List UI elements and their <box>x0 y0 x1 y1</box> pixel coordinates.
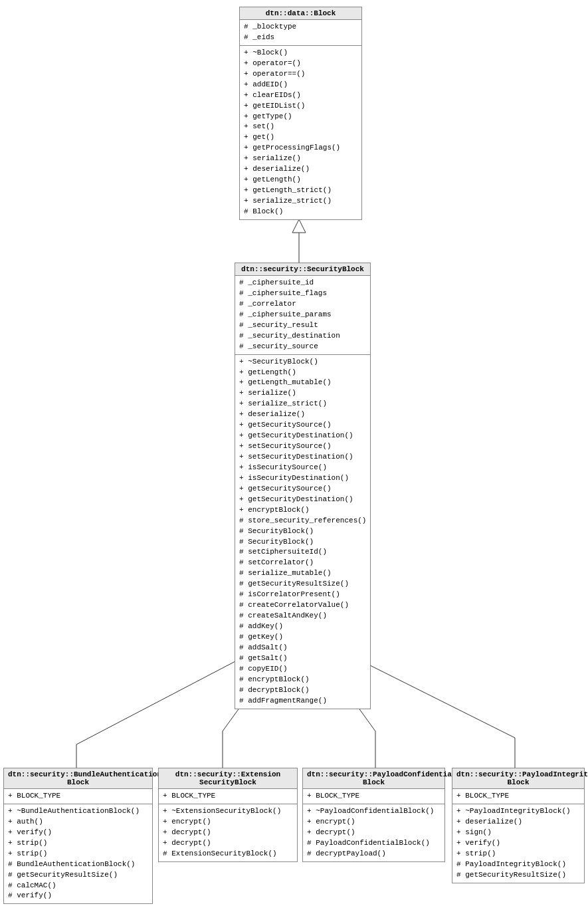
data-block-box: dtn::data::Block # _blocktype # _eids + … <box>239 7 362 220</box>
bundle-auth-block-type: + BLOCK_TYPE <box>4 789 152 804</box>
payload-int-block-type: + BLOCK_TYPE <box>452 789 584 804</box>
security-block-fields: # _ciphersuite_id # _ciphersuite_flags #… <box>235 276 370 355</box>
security-block-title: dtn::security::SecurityBlock <box>235 263 370 276</box>
payload-int-block-box: dtn::security::PayloadIntegrityBlock + B… <box>452 768 585 883</box>
payload-int-block-title: dtn::security::PayloadIntegrityBlock <box>452 768 584 789</box>
security-block-methods: + ~SecurityBlock() + getLength() + getLe… <box>235 355 370 709</box>
extension-sec-block-type: + BLOCK_TYPE <box>159 789 297 804</box>
payload-conf-block-title: dtn::security::PayloadConfidentialBlock <box>303 768 444 789</box>
bundle-auth-block-title: dtn::security::BundleAuthenticationBlock <box>4 768 152 789</box>
payload-conf-block-methods: + ~PayloadConfidentialBlock() + encrypt(… <box>303 804 444 861</box>
diagram-container: dtn::data::Block # _blocktype # _eids + … <box>0 0 588 906</box>
data-block-title: dtn::data::Block <box>240 7 361 20</box>
extension-sec-block-title: dtn::security::ExtensionSecurityBlock <box>159 768 297 789</box>
security-block-box: dtn::security::SecurityBlock # _ciphersu… <box>235 263 371 709</box>
extension-sec-block-methods: + ~ExtensionSecurityBlock() + encrypt() … <box>159 804 297 861</box>
bundle-auth-block-methods: + ~BundleAuthenticationBlock() + auth() … <box>4 804 152 903</box>
payload-conf-block-box: dtn::security::PayloadConfidentialBlock … <box>302 768 445 862</box>
payload-int-block-methods: + ~PayloadIntegrityBlock() + deserialize… <box>452 804 584 883</box>
svg-marker-2 <box>292 219 306 233</box>
data-block-fields: # _blocktype # _eids <box>240 20 361 46</box>
extension-sec-block-box: dtn::security::ExtensionSecurityBlock + … <box>158 768 298 862</box>
data-block-methods: + ~Block() + operator=() + operator==() … <box>240 46 361 219</box>
bundle-auth-block-box: dtn::security::BundleAuthenticationBlock… <box>3 768 153 904</box>
payload-conf-block-type: + BLOCK_TYPE <box>303 789 444 804</box>
